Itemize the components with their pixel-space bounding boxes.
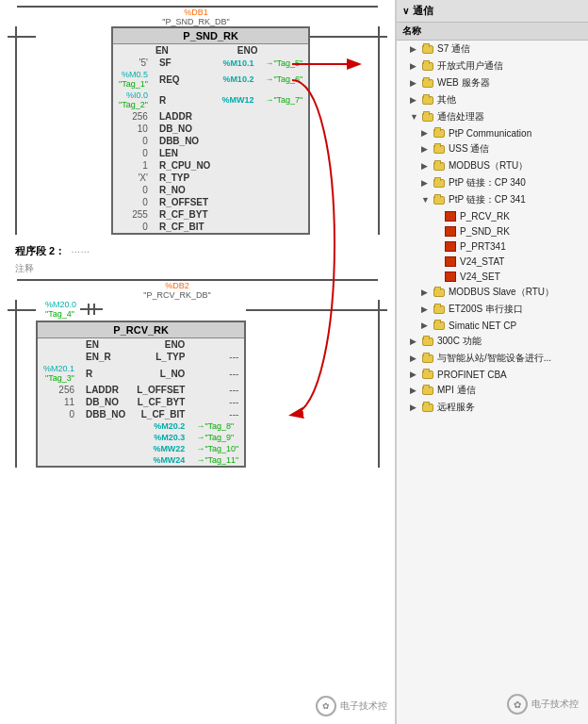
tree-item-uss[interactable]: ▶ USS 通信 [397, 140, 588, 157]
fb-icon-psndrk [444, 225, 457, 237]
tree-arrow-v24set: ▶ [433, 272, 444, 281]
fb2-title: P_RCV_RK [37, 321, 245, 338]
folder-icon-uss [433, 143, 446, 155]
prcvrk-block: P_RCV_RK EN ENO EN_R L_TYP --- [36, 321, 246, 468]
tree-arrow-psndrk: ▶ [433, 226, 444, 236]
tree-item-profinet[interactable]: ▶ PROFINET CBA [397, 367, 588, 382]
tree-arrow-pprt341: ▶ [433, 241, 444, 251]
tree-arrow-ptp340: ▶ [421, 178, 433, 188]
db2-label: %DB2 [102, 281, 253, 290]
watermark-logo: ✿ [507, 694, 528, 715]
folder-icon-ptp340 [433, 177, 446, 189]
tree-item-ptp340[interactable]: ▶ PtP 链接：CP 340 [397, 174, 588, 191]
segment-2-label: 程序段 2： …… [15, 244, 387, 258]
db1-sublabel: "P_SND_RK_DB" [121, 17, 271, 26]
fb-icon-v24stat [444, 255, 457, 267]
tree-item-modbusslave[interactable]: ▶ MODBUS Slave（RTU） [397, 284, 588, 301]
tree-item-v24set[interactable]: ▶ V24_SET [397, 269, 588, 284]
tree-arrow-s7: ▶ [410, 44, 421, 54]
psndrk-block: P_SND_RK EN ENO '5' SF %M10.1 →"Ta [111, 26, 310, 235]
tree-item-ptp341[interactable]: ▼ PtP 链接：CP 341 [397, 191, 588, 208]
watermark: ✿ 电子技术控 [316, 696, 387, 716]
folder-icon-func300c [421, 336, 434, 347]
tree-arrow-smart: ▶ [410, 354, 421, 363]
db1-label: %DB1 [121, 8, 271, 17]
tree-arrow-func300c: ▶ [410, 337, 421, 346]
collapse-icon[interactable]: ∨ [402, 6, 409, 16]
folder-icon-ptp-comm [433, 127, 446, 139]
folder-icon-comms [421, 111, 434, 123]
tree-arrow-modbus: ▶ [421, 161, 433, 171]
tree-item-mpi[interactable]: ▶ MPI 通信 [397, 382, 588, 399]
right-panel-watermark: ✿ 电子技术控 [507, 694, 579, 715]
tree-arrow-other: ▶ [410, 95, 421, 105]
folder-icon-profinet [421, 369, 434, 380]
tree-arrow-ptp-comm: ▶ [421, 128, 433, 138]
ladder-panel: %DB1 "P_SND_RK_DB" [0, 0, 396, 724]
watermark-icon: ✿ [316, 696, 336, 716]
db2-sublabel: "P_RCV_RK_DB" [102, 290, 253, 300]
folder-icon-modbus [433, 160, 446, 172]
tree-item-v24stat[interactable]: ▶ V24_STAT [397, 254, 588, 269]
tree-item-modbus[interactable]: ▶ MODBUS（RTU） [397, 157, 588, 174]
folder-icon-modbusslave [433, 287, 446, 298]
fb-icon-pprt341 [444, 240, 457, 252]
tree-arrow-et200s: ▶ [421, 304, 433, 314]
tree-items: ▶ S7 通信 ▶ 开放式用户通信 ▶ WEB 服务器 ▶ 其他 ▼ 通信处理器 [397, 41, 588, 416]
fb-icon-prcvrk [444, 210, 457, 222]
tree-item-remote[interactable]: ▶ 远程服务 [397, 399, 588, 416]
tree-item-open[interactable]: ▶ 开放式用户通信 [397, 58, 588, 74]
tree-item-func300c[interactable]: ▶ 300C 功能 [397, 333, 588, 350]
tree-arrow-mpi: ▶ [410, 386, 421, 395]
folder-icon-open [421, 60, 434, 72]
tree-arrow-profinet: ▶ [410, 370, 421, 379]
folder-icon-et200s [433, 304, 446, 315]
tree-header: ∨ 通信 [397, 0, 588, 23]
folder-icon-remote [421, 402, 434, 413]
tree-item-web[interactable]: ▶ WEB 服务器 [397, 74, 588, 91]
tree-title: 通信 [413, 4, 433, 18]
folder-icon-other [421, 94, 434, 106]
folder-icon-web [421, 77, 434, 89]
tree-item-prcvrk[interactable]: ▶ P_RCV_RK [397, 208, 588, 223]
tree-item-et200s[interactable]: ▶ ET200S 串行接口 [397, 301, 588, 318]
tree-arrow-web: ▶ [410, 78, 421, 88]
folder-icon-smart [421, 353, 434, 364]
tree-item-ptp-comm[interactable]: ▶ PtP Communication [397, 125, 588, 140]
watermark-text: 电子技术控 [531, 698, 579, 711]
tree-arrow-prcvrk: ▶ [433, 211, 444, 221]
tree-arrow-open: ▶ [410, 61, 421, 71]
segment-note: 注释 [15, 262, 387, 275]
fb1-title: P_SND_RK [112, 27, 309, 44]
tree-item-smart[interactable]: ▶ 与智能从站/智能设备进行... [397, 350, 588, 367]
tree-arrow-v24stat: ▶ [433, 256, 444, 266]
folder-icon-simaticnet [433, 320, 446, 331]
communication-tree-panel: ∨ 通信 名称 ▶ S7 通信 ▶ 开放式用户通信 ▶ WEB 服务器 ▶ [396, 0, 588, 724]
tree-arrow-uss: ▶ [421, 144, 433, 154]
tree-item-s7[interactable]: ▶ S7 通信 [397, 41, 588, 58]
tree-item-pprt341[interactable]: ▶ P_PRT341 [397, 239, 588, 254]
tree-arrow-simaticnet: ▶ [421, 321, 433, 330]
tree-item-simaticnet[interactable]: ▶ Simatic NET CP [397, 318, 588, 333]
tree-arrow-remote: ▶ [410, 403, 421, 412]
fb-icon-v24set [444, 271, 457, 282]
folder-icon-s7 [421, 43, 434, 55]
tree-arrow-ptp341: ▼ [421, 195, 433, 205]
tree-col-header: 名称 [397, 23, 588, 41]
tree-arrow-modbusslave: ▶ [421, 288, 433, 297]
folder-icon-ptp341 [433, 194, 446, 206]
tree-item-psndrk[interactable]: ▶ P_SND_RK [397, 223, 588, 239]
tree-arrow-comms: ▼ [410, 112, 421, 122]
tree-item-other[interactable]: ▶ 其他 [397, 91, 588, 108]
folder-icon-mpi [421, 385, 434, 396]
tree-item-comms[interactable]: ▼ 通信处理器 [397, 108, 588, 125]
